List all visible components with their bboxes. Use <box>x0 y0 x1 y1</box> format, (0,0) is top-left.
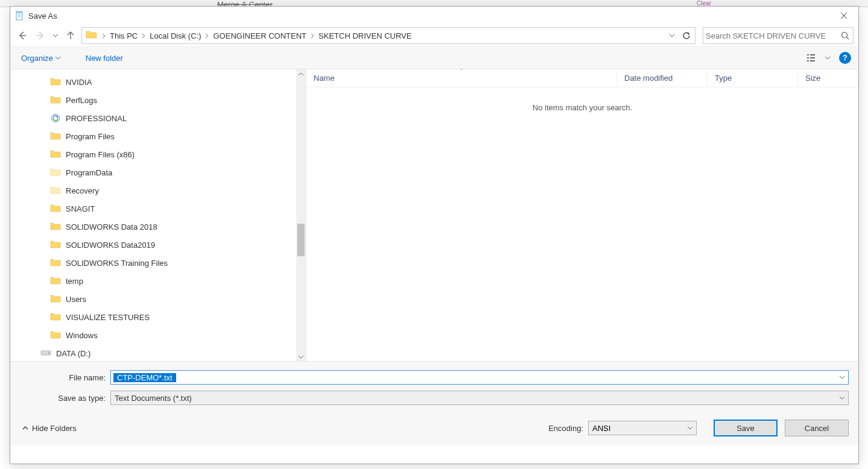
folder-icon <box>50 222 61 231</box>
tree-item-label: Recovery <box>66 186 99 195</box>
tree-item-label: Windows <box>66 331 98 340</box>
save-button[interactable]: Save <box>714 420 778 436</box>
svg-rect-14 <box>807 57 809 58</box>
bottom-panel: File name: CTP-DEMO*.txt Save as type: T… <box>10 361 858 445</box>
encoding-combo[interactable]: ANSI <box>588 421 697 435</box>
tree-item-label: Program Files (x86) <box>66 150 135 159</box>
column-type[interactable]: Type <box>708 69 798 87</box>
address-dropdown[interactable] <box>666 28 678 43</box>
folder-icon <box>50 240 61 250</box>
tree-item[interactable]: SOLIDWORKS Training Files <box>46 254 306 272</box>
folder-icon <box>50 168 61 177</box>
filename-input[interactable]: CTP-DEMO*.txt <box>113 373 176 382</box>
tree-item[interactable]: DATA (D:) <box>37 344 306 361</box>
notepad-icon <box>15 11 25 20</box>
chevron-down-icon <box>840 397 844 400</box>
filename-combo[interactable]: CTP-DEMO*.txt <box>110 370 849 385</box>
tree-item-label: SOLIDWORKS Data2019 <box>66 241 155 250</box>
breadcrumb-drive[interactable]: Local Disk (C:) <box>147 28 203 43</box>
search-icon[interactable] <box>840 31 851 40</box>
search-input[interactable] <box>706 31 840 40</box>
tree-item[interactable]: Users <box>46 290 306 308</box>
tree-item-label: Users <box>66 295 86 304</box>
tree-item[interactable]: Recovery <box>46 181 306 200</box>
scroll-down-icon[interactable] <box>296 351 306 361</box>
svg-point-20 <box>48 353 49 354</box>
toolbar: Organize New folder ? <box>10 46 858 69</box>
chevron-down-icon <box>55 57 60 60</box>
history-dropdown[interactable] <box>51 34 60 37</box>
hide-folders-button[interactable]: Hide Folders <box>20 421 79 435</box>
svg-rect-17 <box>810 60 815 61</box>
tree-item[interactable]: SNAGIT <box>46 200 306 218</box>
refresh-button[interactable] <box>679 28 694 43</box>
organize-menu[interactable]: Organize <box>17 51 64 65</box>
filetype-combo[interactable]: Text Documents (*.txt) <box>110 391 849 405</box>
back-button[interactable] <box>15 28 30 43</box>
scroll-thumb[interactable] <box>297 224 305 256</box>
tree-item[interactable]: NVIDIA <box>46 73 306 91</box>
drive-icon <box>40 349 51 357</box>
navbar: This PC Local Disk (C:) GOENGINEER CONTE… <box>10 25 858 46</box>
chevron-right-icon[interactable] <box>309 33 316 39</box>
refresh-icon <box>682 31 691 40</box>
up-button[interactable] <box>63 28 78 43</box>
folder-icon <box>50 131 61 141</box>
arrow-up-icon <box>66 31 75 40</box>
tree-scrollbar[interactable] <box>296 69 306 361</box>
encoding-label: Encoding: <box>548 424 583 433</box>
chevron-right-icon[interactable] <box>140 33 147 39</box>
close-icon <box>840 12 847 19</box>
help-button[interactable]: ? <box>839 52 851 64</box>
list-view-icon <box>807 54 818 62</box>
svg-rect-13 <box>810 54 815 55</box>
tree-item-label: SOLIDWORKS Training Files <box>66 259 168 268</box>
tree-item-label: SNAGIT <box>66 204 95 213</box>
column-date[interactable]: Date modified <box>617 69 708 87</box>
tree-item[interactable]: SOLIDWORKS Data2019 <box>46 236 306 254</box>
view-options-button[interactable] <box>804 49 821 66</box>
new-folder-button[interactable]: New folder <box>82 51 127 65</box>
tree-item[interactable]: VISUALIZE TESTURES <box>46 308 306 326</box>
forward-button[interactable] <box>33 28 48 43</box>
tree-item[interactable]: ProgramData <box>46 163 306 181</box>
action-bar: Hide Folders Encoding: ANSI Save Cancel <box>20 411 849 440</box>
tree-item[interactable]: Windows <box>46 326 306 344</box>
column-name[interactable]: Name ˄ <box>306 69 617 87</box>
tree-item-label: NVIDIA <box>66 78 92 87</box>
view-dropdown[interactable] <box>823 49 832 66</box>
filename-dropdown[interactable] <box>836 371 848 384</box>
tree-item[interactable]: Program Files <box>46 127 306 145</box>
svg-line-11 <box>847 37 849 40</box>
tree-item[interactable]: temp <box>46 272 306 290</box>
breadcrumb-thispc[interactable]: This PC <box>107 28 140 43</box>
tree-item-label: DATA (D:) <box>56 349 90 358</box>
tree-item[interactable]: Program Files (x86) <box>46 145 306 163</box>
svg-rect-16 <box>807 60 809 61</box>
filename-label: File name: <box>20 373 110 382</box>
close-button[interactable] <box>831 7 857 25</box>
chevron-right-icon[interactable] <box>203 33 211 39</box>
tree-item-label: Program Files <box>66 132 115 141</box>
tree-item-label: ProgramData <box>66 168 112 177</box>
encoding-value: ANSI <box>592 424 688 433</box>
breadcrumb-folder1[interactable]: GOENGINEER CONTENT <box>211 28 309 43</box>
empty-list-message: No items match your search. <box>306 87 858 128</box>
folder-icon <box>50 77 61 87</box>
column-size[interactable]: Size <box>798 69 858 87</box>
sort-ascending-icon: ˄ <box>460 68 463 74</box>
tree-item[interactable]: PerfLogs <box>46 91 306 109</box>
breadcrumb-folder2[interactable]: SKETCH DRIVEN CURVE <box>316 28 414 43</box>
chevron-right-icon[interactable] <box>100 33 107 39</box>
search-box[interactable] <box>703 27 854 44</box>
chevron-down-icon <box>53 34 58 37</box>
cancel-button[interactable]: Cancel <box>785 420 849 436</box>
scroll-track[interactable] <box>296 79 306 351</box>
tree-item[interactable]: SOLIDWORKS Data 2018 <box>46 218 306 236</box>
tree-item[interactable]: PROFESSIONAL <box>46 109 306 127</box>
scroll-up-icon[interactable] <box>296 69 306 79</box>
address-bar[interactable]: This PC Local Disk (C:) GOENGINEER CONTE… <box>81 27 695 44</box>
folder-tree[interactable]: NVIDIAPerfLogsPROFESSIONALProgram FilesP… <box>10 69 306 361</box>
svg-rect-15 <box>810 57 815 58</box>
folder-icon <box>50 294 61 304</box>
